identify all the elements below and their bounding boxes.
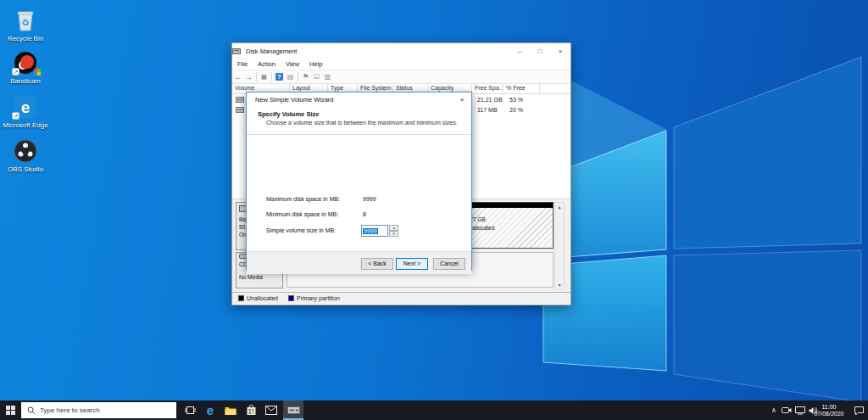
- store-icon: [246, 405, 257, 416]
- volume-icon: [236, 97, 244, 103]
- clock-time: 11:00: [822, 404, 837, 411]
- disk-management-icon: [287, 405, 300, 416]
- action-center-icon: [854, 406, 865, 416]
- close-icon[interactable]: ×: [453, 92, 471, 106]
- menu-view[interactable]: View: [281, 60, 304, 68]
- volume-icon: [236, 107, 244, 113]
- unallocated-swatch: [238, 295, 244, 301]
- min-size-value: 8: [363, 211, 366, 217]
- wizard-heading: Specify Volume Size: [258, 110, 471, 118]
- unallocated-partition-box[interactable]: 9,77 GB Unallocated: [461, 202, 554, 249]
- simple-volume-size-spinner: 9999 ▲ ▼: [361, 225, 398, 237]
- start-button[interactable]: [0, 400, 20, 420]
- tray-camera-button[interactable]: [780, 400, 793, 420]
- help-icon[interactable]: ?: [275, 73, 283, 81]
- edge-icon: e: [207, 404, 214, 417]
- edge-icon: e ↗: [2, 93, 49, 119]
- search-icon: [27, 406, 36, 415]
- taskbar-disk-management-button[interactable]: [283, 400, 303, 420]
- primary-partition-swatch: [288, 295, 294, 301]
- windows-logo-icon: [6, 406, 15, 415]
- taskbar-edge-button[interactable]: e: [200, 400, 220, 420]
- back-button[interactable]: < Back: [361, 258, 393, 270]
- menu-bar: File Action View Help: [232, 59, 570, 70]
- scroll-down-icon[interactable]: ▼: [555, 283, 564, 288]
- desktop-icon-label: OBS Studio: [2, 165, 49, 173]
- scroll-up-icon[interactable]: ▲: [555, 204, 564, 210]
- taskbar-file-explorer-button[interactable]: [220, 400, 241, 420]
- file-explorer-icon: [225, 406, 236, 416]
- taskbar-search[interactable]: [21, 402, 176, 418]
- next-button[interactable]: Next >: [396, 258, 428, 270]
- desktop-icon-label: Microsoft Edge: [2, 121, 49, 129]
- col-pct-free[interactable]: % Free: [504, 84, 540, 93]
- menu-action[interactable]: Action: [253, 60, 281, 68]
- max-size-value: 9999: [363, 196, 376, 202]
- menu-file[interactable]: File: [232, 60, 253, 68]
- back-icon[interactable]: ←: [232, 73, 243, 81]
- max-size-label: Maximum disk space in MB:: [266, 196, 340, 202]
- toolbar: ← → ▣ ? ▤ ⚑ ☑ ▥: [232, 70, 570, 84]
- tray-network-button[interactable]: [793, 400, 807, 420]
- pct-free-value: 20 %: [509, 107, 523, 113]
- hidden-icons-chevron[interactable]: ∧: [768, 400, 780, 420]
- network-icon: [795, 406, 805, 415]
- simple-volume-size-input[interactable]: 9999: [361, 225, 388, 237]
- wizard-subheading: Choose a volume size that is between the…: [266, 120, 471, 126]
- shortcut-arrow-icon: ↗: [12, 68, 19, 76]
- console-window-icon[interactable]: ▣: [259, 73, 270, 81]
- svg-text:e: e: [21, 98, 31, 116]
- minimize-button[interactable]: –: [509, 43, 530, 59]
- vertical-scrollbar[interactable]: ▲ ▼: [554, 202, 565, 290]
- menu-help[interactable]: Help: [304, 60, 327, 68]
- action-flag-icon[interactable]: ⚑: [300, 73, 311, 81]
- close-button[interactable]: ×: [550, 43, 570, 59]
- maximize-button[interactable]: □: [530, 43, 550, 59]
- desktop-icon-bandicam[interactable]: ↗ Bandicam: [2, 49, 49, 85]
- camera-icon: [782, 406, 792, 414]
- mail-icon: [265, 406, 277, 415]
- cdrom-media: No Media: [239, 274, 263, 280]
- disk-management-app-icon: [232, 47, 241, 55]
- desktop-icon-label: Recycle Bin: [2, 35, 49, 42]
- console-list-icon[interactable]: ▤: [285, 73, 296, 81]
- wizard-title-bar[interactable]: New Simple Volume Wizard ×: [247, 92, 471, 106]
- taskbar: e ∧: [0, 400, 868, 420]
- taskbar-mail-button[interactable]: [261, 400, 281, 420]
- bandicam-icon: ↗: [2, 49, 49, 75]
- col-free-space[interactable]: Free Spa...: [472, 84, 504, 93]
- search-input[interactable]: [40, 404, 176, 417]
- wizard-header: Specify Volume Size Choose a volume size…: [247, 110, 471, 135]
- wizard-title: New Simple Volume Wizard: [255, 96, 334, 104]
- obs-studio-icon: [2, 137, 49, 163]
- spinner-up-icon[interactable]: ▲: [389, 225, 398, 231]
- free-space-value: 117 MB: [477, 107, 498, 113]
- action-center-button[interactable]: [851, 400, 866, 420]
- wizard-body: Maximum disk space in MB: 9999 Minimum d…: [247, 135, 471, 251]
- title-bar[interactable]: Disk Management – □ ×: [232, 43, 570, 59]
- taskbar-clock[interactable]: 11:00 07/08/2020: [809, 400, 849, 420]
- legend-unallocated-label: Unallocated: [247, 295, 278, 301]
- shortcut-arrow-icon: ↗: [12, 112, 19, 120]
- properties-pane-icon[interactable]: ▥: [322, 73, 333, 81]
- taskbar-store-button[interactable]: [241, 400, 261, 420]
- desktop-icon-obs-studio[interactable]: OBS Studio: [2, 137, 49, 173]
- selected-size-value: 9999: [363, 228, 378, 234]
- windows-flag-badge-icon: [34, 69, 41, 76]
- spinner-down-icon[interactable]: ▼: [389, 231, 398, 237]
- new-simple-volume-wizard-dialog: New Simple Volume Wizard × Specify Volum…: [246, 92, 472, 270]
- check-doc-icon[interactable]: ☑: [311, 73, 322, 81]
- svg-text:♻: ♻: [22, 18, 30, 27]
- desktop-icon-recycle-bin[interactable]: ♻ Recycle Bin: [2, 7, 49, 42]
- free-space-value: 21,21 GB: [477, 97, 503, 103]
- task-view-icon: [185, 406, 196, 415]
- cancel-button[interactable]: Cancel: [433, 258, 465, 270]
- min-size-label: Minimum disk space in MB:: [266, 211, 338, 217]
- desktop-icon-label: Bandicam: [2, 77, 49, 85]
- task-view-button[interactable]: [180, 400, 200, 420]
- desktop-icon-microsoft-edge[interactable]: e ↗ Microsoft Edge: [2, 93, 49, 129]
- forward-icon[interactable]: →: [243, 73, 254, 81]
- wizard-footer: < Back Next > Cancel: [247, 251, 471, 274]
- window-title: Disk Management: [246, 48, 297, 55]
- recycle-bin-icon: ♻: [2, 7, 49, 32]
